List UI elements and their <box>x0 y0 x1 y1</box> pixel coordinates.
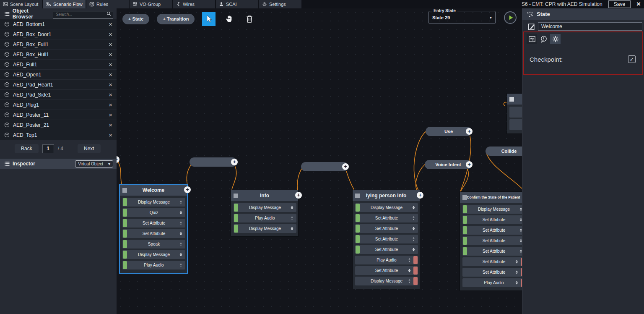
back-button[interactable]: Back <box>15 144 39 153</box>
remove-object-icon[interactable]: × <box>109 21 112 27</box>
save-button[interactable]: Save <box>608 0 631 8</box>
adjust-icon[interactable] <box>179 221 183 225</box>
node-checkbox[interactable] <box>509 97 514 102</box>
list-item[interactable]: AED_Box_Hull1× <box>0 50 117 59</box>
remove-object-icon[interactable]: × <box>109 112 112 118</box>
edit-icon[interactable] <box>527 23 535 31</box>
add-transition-button[interactable]: + Transition <box>157 14 195 24</box>
action-row[interactable]: Set Attribute <box>462 226 522 235</box>
state-node-welcome[interactable]: Welcome + Display Message Quiz Set Attri… <box>119 184 188 274</box>
node-checkbox[interactable] <box>234 194 238 198</box>
tab-scene-layout[interactable]: Scene Layout <box>0 0 42 8</box>
adjust-icon[interactable] <box>290 216 294 220</box>
list-item[interactable]: AED_Open1× <box>0 70 117 79</box>
action-row[interactable]: Set Attribute <box>355 235 418 243</box>
add-transition-plus[interactable]: + <box>295 192 302 199</box>
transition-pill-use[interactable]: Use + <box>426 127 472 136</box>
transition-pill-collide[interactable]: Collide <box>486 147 522 156</box>
remove-object-icon[interactable]: × <box>109 82 112 88</box>
transition-pill-voice-intent[interactable]: Voice Intent + <box>425 160 472 169</box>
node-checkbox[interactable] <box>462 195 467 200</box>
list-item[interactable]: AED_Box_Door1× <box>0 29 117 39</box>
node-checkbox[interactable] <box>122 188 127 193</box>
remove-object-icon[interactable]: × <box>109 31 112 37</box>
checkpoint-checkbox[interactable]: ✓ <box>628 55 636 63</box>
adjust-icon[interactable] <box>519 217 522 222</box>
adjust-icon[interactable] <box>408 258 411 262</box>
remove-object-icon[interactable]: × <box>109 42 112 47</box>
next-button[interactable]: Next <box>78 144 101 153</box>
list-item[interactable]: AED_Box_Full1× <box>0 39 117 49</box>
action-row[interactable] <box>509 107 522 118</box>
action-row[interactable]: Display Message <box>234 224 296 233</box>
state-node-confirm-patient[interactable]: Confirm the State of the Patient Display… <box>460 191 522 291</box>
select-tool-button[interactable] <box>202 12 216 26</box>
tab-wires[interactable]: Wires <box>173 0 215 8</box>
action-row[interactable]: Set Attribute <box>355 245 418 254</box>
list-item[interactable]: AED_Bottom1× <box>0 19 117 29</box>
action-row[interactable]: Display Message <box>122 250 185 259</box>
add-state-button[interactable]: + State <box>122 14 149 24</box>
tab-rules[interactable]: Rules <box>86 0 129 8</box>
remove-object-icon[interactable]: × <box>109 132 112 138</box>
page-number-input[interactable] <box>42 144 54 153</box>
add-state-plus[interactable]: + <box>466 128 473 135</box>
action-row[interactable]: Set Attribute <box>462 247 522 256</box>
adjust-icon[interactable] <box>179 252 183 257</box>
adjust-icon[interactable] <box>519 238 522 243</box>
adjust-icon[interactable] <box>179 263 183 267</box>
node-checkbox[interactable] <box>355 194 360 198</box>
action-row[interactable]: Set Attribute <box>122 229 185 238</box>
transition-plus-offscreen[interactable]: + <box>117 156 119 163</box>
action-row[interactable]: Play Audio <box>234 214 296 222</box>
tab-scai[interactable]: SCAI <box>216 0 258 8</box>
action-row[interactable]: Set Attribute <box>122 219 185 228</box>
action-row[interactable]: Set Attribute <box>462 215 522 224</box>
state-node-partial[interactable] <box>506 93 522 134</box>
add-state-plus[interactable]: + <box>342 163 349 170</box>
adjust-icon[interactable] <box>519 249 522 254</box>
delete-tool-button[interactable] <box>243 12 256 26</box>
action-row[interactable]: Set Attribute <box>355 266 418 275</box>
alerts-tab[interactable] <box>538 34 549 44</box>
adjust-icon[interactable] <box>408 279 411 283</box>
close-icon[interactable]: × <box>636 0 641 8</box>
state-name-input[interactable] <box>538 22 642 31</box>
add-transition-plus[interactable]: + <box>417 192 423 199</box>
add-state-plus[interactable]: + <box>466 161 473 168</box>
adjust-icon[interactable] <box>179 210 183 215</box>
action-row[interactable]: Display Message <box>234 203 296 212</box>
action-row[interactable]: Speak <box>122 240 185 249</box>
list-item[interactable]: AED_Poster_21× <box>0 120 117 130</box>
add-state-plus[interactable]: + <box>231 159 238 165</box>
action-row[interactable]: Set Attribute <box>462 257 522 266</box>
list-item[interactable]: AED_Pad_Heart1× <box>0 80 117 89</box>
list-item[interactable]: AED_Poster_11× <box>0 110 117 120</box>
action-row[interactable]: Set Attribute <box>355 224 418 233</box>
adjust-icon[interactable] <box>408 268 411 273</box>
inspector-type-select[interactable]: Virtual Object ▾ <box>75 160 113 167</box>
adjust-icon[interactable] <box>412 226 415 231</box>
entry-state-select[interactable]: Entry State State 29 ▾ <box>428 11 496 24</box>
add-transition-plus[interactable]: + <box>184 186 191 193</box>
adjust-icon[interactable] <box>515 259 519 264</box>
action-row[interactable] <box>509 119 522 130</box>
remove-object-icon[interactable]: × <box>109 102 112 108</box>
remove-object-icon[interactable]: × <box>109 72 112 78</box>
run-scenario-button[interactable] <box>504 11 517 24</box>
action-row[interactable]: Set Attribute <box>462 236 522 245</box>
pan-tool-button[interactable] <box>223 12 236 26</box>
adjust-icon[interactable] <box>412 205 415 210</box>
remove-object-icon[interactable]: × <box>109 62 112 68</box>
settings-tab[interactable] <box>550 34 561 44</box>
search-input[interactable] <box>53 11 113 18</box>
adjust-icon[interactable] <box>412 247 415 252</box>
tab-vo-group[interactable]: VO-Group <box>130 0 172 8</box>
state-node-lying-person-info[interactable]: lying person Info + Display Message Set … <box>352 190 420 289</box>
adjust-icon[interactable] <box>179 200 183 204</box>
action-row[interactable]: Display Message <box>355 277 418 285</box>
action-row[interactable]: Quiz <box>122 208 185 217</box>
remove-object-icon[interactable]: × <box>109 92 112 98</box>
list-item[interactable]: AED_Pad_Side1× <box>0 90 117 99</box>
flow-canvas[interactable]: + State + Transition Entry State State 2… <box>117 8 522 314</box>
